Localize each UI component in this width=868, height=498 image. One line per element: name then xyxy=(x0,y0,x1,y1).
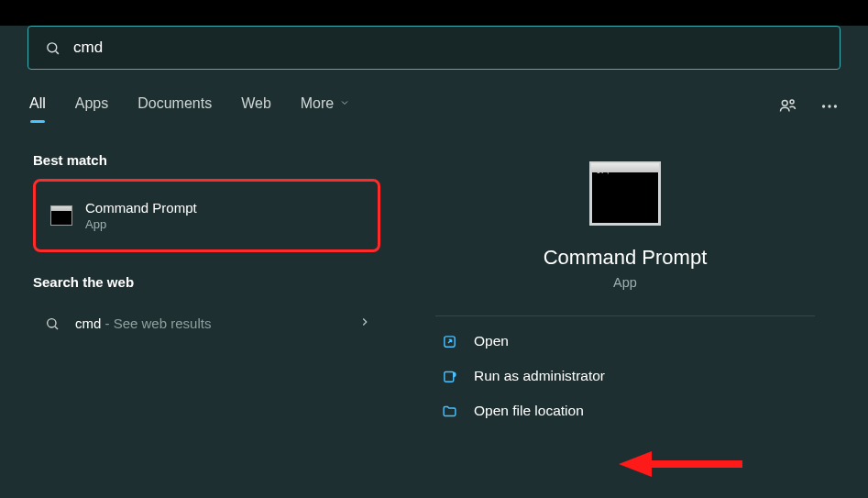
chevron-right-icon xyxy=(358,314,371,333)
annotation-arrow xyxy=(619,446,747,482)
tab-web[interactable]: Web xyxy=(239,92,273,121)
chevron-down-icon xyxy=(339,95,350,112)
svg-marker-12 xyxy=(619,451,652,477)
best-match-result[interactable]: Command Prompt App xyxy=(33,179,380,252)
command-prompt-icon xyxy=(50,205,72,226)
shield-icon xyxy=(441,368,457,384)
search-icon xyxy=(44,316,60,331)
search-bar[interactable] xyxy=(27,26,841,70)
action-open-file-location[interactable]: Open file location xyxy=(435,393,815,428)
result-title: Command Prompt xyxy=(85,200,197,216)
svg-point-4 xyxy=(822,105,825,107)
result-subtitle: App xyxy=(85,217,197,231)
svg-point-0 xyxy=(48,42,57,51)
detail-app-subtitle: App xyxy=(613,275,637,290)
svg-rect-10 xyxy=(444,371,453,382)
action-location-label: Open file location xyxy=(474,403,584,419)
tab-documents[interactable]: Documents xyxy=(136,92,214,121)
divider xyxy=(435,315,815,316)
filter-tabs: All Apps Documents Web More xyxy=(27,92,352,121)
more-options-icon[interactable] xyxy=(819,95,841,117)
command-prompt-icon xyxy=(589,161,661,226)
svg-point-7 xyxy=(48,318,56,326)
svg-point-6 xyxy=(834,105,837,107)
web-result-row[interactable]: cmd - See web results xyxy=(33,301,380,346)
svg-point-5 xyxy=(828,105,830,107)
svg-line-1 xyxy=(56,50,59,53)
tab-apps[interactable]: Apps xyxy=(73,92,110,121)
svg-line-8 xyxy=(55,326,58,329)
tab-more-label: More xyxy=(301,95,334,112)
web-result-term: cmd xyxy=(75,315,101,331)
search-input[interactable] xyxy=(73,39,823,57)
folder-icon xyxy=(441,403,457,419)
action-open[interactable]: Open xyxy=(435,324,815,359)
search-web-heading: Search the web xyxy=(33,274,380,290)
detail-app-title: Command Prompt xyxy=(544,246,708,270)
web-result-suffix: - See web results xyxy=(101,315,211,331)
action-run-as-administrator[interactable]: Run as administrator xyxy=(435,359,815,393)
open-icon xyxy=(441,333,457,349)
action-open-label: Open xyxy=(474,333,509,349)
search-icon xyxy=(45,40,60,56)
tab-more[interactable]: More xyxy=(299,92,352,121)
action-admin-label: Run as administrator xyxy=(474,368,605,384)
best-match-heading: Best match xyxy=(33,152,380,168)
svg-point-3 xyxy=(790,100,794,104)
web-result-text: cmd - See web results xyxy=(75,315,344,331)
account-icon[interactable] xyxy=(776,95,798,117)
svg-point-2 xyxy=(782,100,787,105)
tab-all[interactable]: All xyxy=(27,92,48,121)
